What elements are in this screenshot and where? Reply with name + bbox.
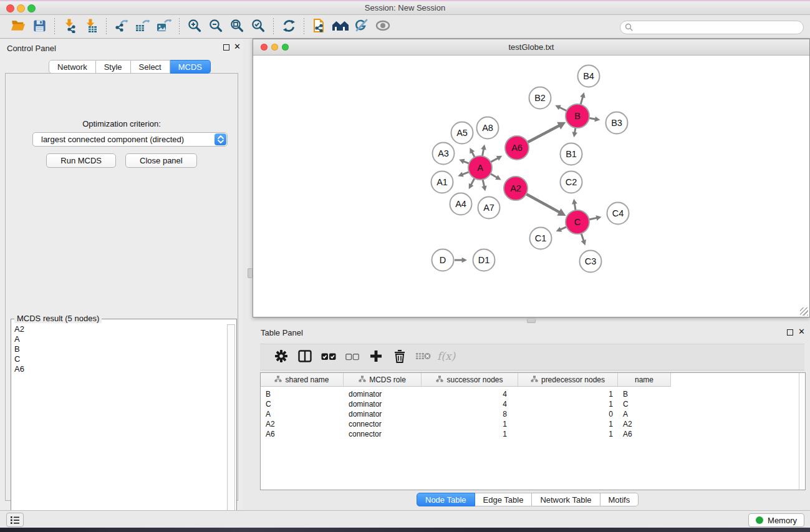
- graph-edge-A-A5[interactable]: [472, 152, 475, 157]
- graph-edge-C-C1[interactable]: [560, 227, 567, 230]
- run-mcds-button[interactable]: Run MCDS: [46, 153, 116, 168]
- first-neighbors-button[interactable]: [309, 17, 330, 36]
- graph-edge-A-A6[interactable]: [491, 158, 498, 162]
- graph-edge-A2-C[interactable]: [526, 194, 560, 213]
- task-history-button[interactable]: [6, 513, 24, 527]
- add-column-button[interactable]: [365, 347, 387, 367]
- delete-table-button[interactable]: [413, 347, 434, 367]
- horizontal-split-handle[interactable]: [527, 318, 536, 323]
- delete-column-button[interactable]: [389, 347, 410, 367]
- zoom-in-button[interactable]: [184, 17, 205, 36]
- deselect-all-columns-button[interactable]: [342, 347, 363, 367]
- export-image-button[interactable]: [153, 17, 175, 36]
- table-row-A2[interactable]: A2connector11A2: [261, 419, 671, 429]
- tab-motifs[interactable]: Motifs: [600, 493, 639, 506]
- table-cell: A: [261, 409, 344, 419]
- import-network-button[interactable]: [59, 17, 80, 36]
- zoom-out-button[interactable]: [205, 17, 226, 36]
- hide-label-button[interactable]: [351, 17, 372, 36]
- column-header-predecessor-nodes[interactable]: predecessor nodes: [518, 373, 618, 387]
- graph-edge-A-A8[interactable]: [483, 148, 484, 156]
- node-label-C4: C4: [612, 208, 624, 218]
- table-cell: dominator: [344, 409, 422, 419]
- column-header-shared-name[interactable]: shared name: [261, 373, 344, 387]
- table-panel-title: Table Panel: [261, 328, 303, 337]
- window-resize-grip[interactable]: [800, 307, 808, 316]
- close-panel-button[interactable]: Close panel: [125, 153, 197, 168]
- tab-network[interactable]: Network: [49, 60, 96, 74]
- apply-function-button[interactable]: f(x): [436, 347, 458, 367]
- toolbar-separator: [304, 18, 304, 36]
- mcds-result-item[interactable]: A2: [12, 324, 226, 334]
- close-panel-icon[interactable]: ✕: [234, 42, 241, 51]
- column-header-MCDS-role[interactable]: MCDS role: [344, 373, 422, 387]
- edge-arrowhead: [580, 92, 585, 98]
- graph-edge-A-A1[interactable]: [462, 172, 470, 175]
- mcds-result-item[interactable]: C: [12, 354, 226, 364]
- table-cell: connector: [344, 429, 422, 439]
- zoom-fit-icon: [229, 18, 244, 36]
- graph-edge-B-B4[interactable]: [581, 97, 583, 105]
- select-all-columns-button[interactable]: [318, 347, 339, 367]
- save-session-button[interactable]: [29, 17, 50, 36]
- graph-edge-C-C4[interactable]: [589, 218, 597, 220]
- import-table-button[interactable]: [80, 17, 102, 36]
- home-button[interactable]: [330, 17, 351, 36]
- show-hide-button[interactable]: [372, 17, 393, 36]
- table-row-B[interactable]: Bdominator41B: [261, 389, 671, 399]
- node-label-C2: C2: [566, 177, 577, 187]
- mcds-result-item[interactable]: B: [12, 344, 226, 354]
- columns-button[interactable]: [294, 347, 316, 367]
- graph-edge-A-A3[interactable]: [463, 161, 470, 163]
- table-cell: 1: [518, 399, 618, 409]
- table-scrollbar[interactable]: [799, 373, 805, 490]
- table-float-icon[interactable]: [787, 329, 793, 336]
- table-row-C[interactable]: Cdominator41C: [261, 399, 671, 409]
- zoom-selected-button[interactable]: [248, 17, 269, 36]
- table-close-icon[interactable]: ✕: [798, 327, 805, 336]
- export-network-button[interactable]: [111, 17, 132, 36]
- export-table-button[interactable]: [132, 17, 153, 36]
- column-header-successor-nodes[interactable]: successor nodes: [422, 373, 518, 387]
- export-image-icon: [156, 18, 172, 36]
- network-canvas[interactable]: AA1A2A3A4A5A6A7A8BB1B2B3B4CC1C2C3C4DD1: [253, 56, 809, 317]
- apply-layout-button[interactable]: [278, 17, 299, 36]
- graph-edge-B-B2[interactable]: [559, 107, 567, 111]
- vertical-split-handle[interactable]: [248, 268, 253, 278]
- table-settings-button[interactable]: [271, 347, 292, 367]
- zoom-fit-button[interactable]: [226, 17, 248, 36]
- open-session-button[interactable]: [7, 17, 29, 36]
- main-toolbar: [0, 16, 810, 39]
- tab-network-table[interactable]: Network Table: [532, 493, 600, 506]
- column-header-label: predecessor nodes: [541, 375, 605, 384]
- tab-mcds[interactable]: MCDS: [170, 60, 211, 74]
- delete-table-icon: [415, 351, 432, 364]
- mcds-result-item[interactable]: A6: [12, 364, 226, 374]
- node-label-B4: B4: [583, 71, 594, 81]
- node-label-A3: A3: [438, 148, 449, 158]
- node-label-B1: B1: [566, 149, 577, 159]
- table-row-A[interactable]: Adominator80A: [261, 409, 671, 419]
- table-row-A6[interactable]: A6connector11A6: [261, 429, 671, 439]
- table-cell: 1: [422, 429, 518, 439]
- graph-edge-C-C3[interactable]: [581, 233, 584, 241]
- memory-button[interactable]: Memory: [748, 513, 804, 527]
- mcds-result-item[interactable]: A: [12, 334, 226, 344]
- result-scrollbar[interactable]: [227, 324, 235, 528]
- graph-edge-B-B3[interactable]: [589, 118, 596, 119]
- graph-edge-C-C2[interactable]: [574, 203, 576, 210]
- tab-node-table[interactable]: Node Table: [417, 493, 475, 506]
- float-panel-icon[interactable]: [223, 44, 229, 51]
- tab-edge-table[interactable]: Edge Table: [475, 493, 533, 506]
- graph-edge-A6-B[interactable]: [528, 125, 560, 142]
- graph-edge-A-A7[interactable]: [483, 180, 485, 187]
- column-header-name[interactable]: name: [618, 373, 671, 387]
- search-input[interactable]: [620, 21, 804, 34]
- tab-style[interactable]: Style: [96, 60, 131, 74]
- node-label-A2: A2: [510, 183, 521, 193]
- graph-edge-A-A4[interactable]: [471, 178, 475, 185]
- graph-edge-A-A2[interactable]: [490, 174, 497, 178]
- criterion-dropdown[interactable]: largest connected component (directed): [32, 132, 228, 147]
- tab-select[interactable]: Select: [131, 60, 170, 74]
- table-cell: 4: [422, 399, 518, 409]
